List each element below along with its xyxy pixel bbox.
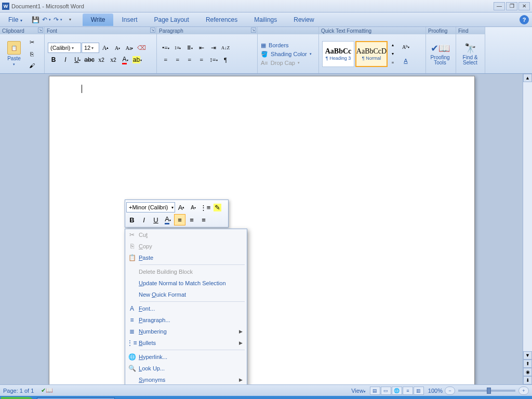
proofing-tools-button[interactable]: ✔📖 Proofing Tools bbox=[429, 37, 451, 71]
paragraph-launcher-icon[interactable]: ↘ bbox=[251, 28, 256, 33]
mini-font-color-button[interactable]: A▾ bbox=[162, 214, 174, 225]
strikethrough-button[interactable]: abc bbox=[84, 55, 95, 65]
font-name-combo[interactable]: (Calibri)▾ bbox=[48, 43, 81, 53]
outline-view-icon[interactable]: ≡ bbox=[403, 387, 413, 395]
mini-bold-button[interactable]: B bbox=[126, 214, 138, 225]
draft-view-icon[interactable]: ▥ bbox=[414, 387, 424, 395]
context-menu-item-bullets[interactable]: ⋮≡Bullets▶ bbox=[125, 337, 247, 349]
format-painter-icon[interactable]: 🖌 bbox=[26, 60, 37, 71]
context-menu-item-paragraph[interactable]: ≡Paragraph... bbox=[125, 314, 247, 326]
web-layout-view-icon[interactable]: 🌐 bbox=[392, 387, 402, 395]
mini-highlight-icon[interactable]: ✎ bbox=[211, 202, 223, 213]
full-screen-view-icon[interactable]: ▭ bbox=[381, 387, 391, 395]
file-menu[interactable]: File ▾ bbox=[3, 15, 28, 25]
qat-customize-icon[interactable]: ▾ bbox=[65, 15, 75, 25]
mini-grow-font-icon[interactable]: A▴ bbox=[176, 202, 187, 213]
line-spacing-button[interactable]: ↕≡▾ bbox=[208, 55, 219, 65]
grow-font-icon[interactable]: A▴ bbox=[100, 43, 111, 53]
font-color-button[interactable]: A▾ bbox=[119, 55, 131, 65]
tab-mailings[interactable]: Mailings bbox=[246, 14, 285, 26]
tab-references[interactable]: References bbox=[197, 14, 246, 26]
context-menu-item-look-up[interactable]: 🔍Look Up... bbox=[125, 363, 247, 374]
redo-icon[interactable]: ↷▾ bbox=[54, 15, 64, 25]
mini-bullets-icon[interactable]: ⋮≡ bbox=[200, 202, 211, 213]
borders-button[interactable]: ▦ Borders bbox=[261, 42, 312, 49]
minimize-button[interactable]: — bbox=[494, 2, 505, 10]
mini-italic-button[interactable]: I bbox=[138, 214, 150, 225]
font-launcher-icon[interactable]: ↘ bbox=[150, 28, 155, 33]
clear-formatting-icon[interactable]: ⌫ bbox=[136, 43, 147, 53]
context-menu-item-hyperlink[interactable]: 🌐Hyperlink... bbox=[125, 351, 247, 363]
justify-button[interactable]: ≡ bbox=[196, 55, 207, 65]
highlight-button[interactable]: ab▾ bbox=[131, 55, 143, 65]
align-left-button[interactable]: ≡ bbox=[160, 55, 171, 65]
context-menu-item-synonyms[interactable]: Synonyms▶ bbox=[125, 374, 247, 384]
close-button[interactable]: ✕ bbox=[518, 2, 530, 10]
mini-font-combo[interactable]: +Minor (Calibri)▾ bbox=[126, 202, 175, 212]
context-menu-item-new-quick-format[interactable]: New Quick Format bbox=[125, 289, 247, 300]
context-menu-item-font[interactable]: AFont... bbox=[125, 303, 247, 314]
zoom-out-button[interactable]: − bbox=[445, 387, 455, 395]
document-page[interactable] bbox=[49, 76, 475, 384]
mini-align-center-button[interactable]: ≡ bbox=[186, 214, 197, 225]
zoom-slider[interactable] bbox=[458, 390, 515, 392]
italic-button[interactable]: I bbox=[60, 55, 71, 65]
zoom-level[interactable]: 100% bbox=[428, 388, 443, 394]
mini-align-left-button[interactable]: ≡ bbox=[174, 214, 185, 225]
context-menu-item-paste[interactable]: 📋Paste bbox=[125, 252, 247, 263]
next-page-icon[interactable]: ⬇ bbox=[523, 376, 532, 384]
spell-check-icon[interactable]: ✔📖 bbox=[41, 387, 53, 394]
superscript-button[interactable]: x2 bbox=[108, 55, 119, 65]
context-menu-item-update-normal-to-match-selection[interactable]: Update Normal to Match Selection bbox=[125, 277, 247, 289]
underline-button[interactable]: U▾ bbox=[72, 55, 83, 65]
scroll-down-icon[interactable]: ▼ bbox=[523, 351, 532, 360]
bullets-button[interactable]: •≡▾ bbox=[160, 43, 171, 53]
style-inspector-icon[interactable]: A bbox=[400, 56, 411, 66]
multilevel-list-button[interactable]: ≣▾ bbox=[184, 43, 195, 53]
cut-icon[interactable]: ✂ bbox=[26, 37, 37, 48]
paste-button[interactable]: 📋 Paste ▾ bbox=[3, 37, 25, 71]
scroll-up-icon[interactable]: ▲ bbox=[523, 74, 532, 82]
shading-color-button[interactable]: 🪣 Shading Color ▾ bbox=[261, 51, 312, 58]
change-styles-button[interactable]: Aᵇ▾ bbox=[400, 42, 411, 52]
styles-row-up-icon[interactable]: ▴ bbox=[389, 41, 397, 49]
print-layout-view-icon[interactable]: ▤ bbox=[370, 387, 380, 395]
styles-row-down-icon[interactable]: ▾ bbox=[389, 50, 397, 58]
bold-button[interactable]: B bbox=[48, 55, 59, 65]
context-menu-item-numbering[interactable]: ≣Numbering▶ bbox=[125, 326, 247, 337]
zoom-in-button[interactable]: + bbox=[518, 387, 529, 395]
copy-icon[interactable]: ⎘ bbox=[26, 49, 37, 59]
page-indicator[interactable]: Page: 1 of 1 bbox=[3, 388, 34, 394]
style-heading-3[interactable]: AaBbCc ¶ Heading 3 bbox=[322, 41, 354, 67]
undo-icon[interactable]: ↶▾ bbox=[42, 15, 52, 25]
show-marks-button[interactable]: ¶ bbox=[220, 55, 231, 65]
shrink-font-icon[interactable]: A▾ bbox=[112, 43, 123, 53]
sort-button[interactable]: A↓Z bbox=[220, 43, 231, 53]
style-normal[interactable]: AaBbCcD ¶ Normal bbox=[355, 41, 388, 67]
align-right-button[interactable]: ≡ bbox=[184, 55, 195, 65]
browse-object-icon[interactable]: ◉ bbox=[523, 368, 532, 376]
find-select-button[interactable]: 🔭 Find & Select bbox=[459, 37, 481, 71]
align-center-button[interactable]: ≡ bbox=[172, 55, 183, 65]
increase-indent-button[interactable]: ⇥ bbox=[208, 43, 219, 53]
zoom-thumb[interactable] bbox=[487, 388, 491, 394]
subscript-button[interactable]: x2 bbox=[96, 55, 107, 65]
tab-review[interactable]: Review bbox=[285, 14, 322, 26]
clipboard-launcher-icon[interactable]: ↘ bbox=[38, 28, 43, 33]
mini-align-right-button[interactable]: ≡ bbox=[198, 214, 209, 225]
help-icon[interactable]: ? bbox=[520, 15, 529, 24]
numbering-button[interactable]: 1≡▾ bbox=[172, 43, 183, 53]
drop-cap-button[interactable]: A≡ Drop Cap ▾ bbox=[261, 60, 312, 66]
save-icon[interactable]: 💾 bbox=[31, 15, 41, 25]
mini-underline-button[interactable]: U bbox=[150, 214, 162, 225]
start-button[interactable]: Start bbox=[1, 397, 34, 399]
tab-page-layout[interactable]: Page Layout bbox=[145, 14, 197, 26]
change-case-icon[interactable]: Aa▾ bbox=[124, 43, 135, 53]
previous-page-icon[interactable]: ⬆ bbox=[523, 360, 532, 368]
vertical-scrollbar[interactable]: ▲ ▼ ⬆ ◉ ⬇ bbox=[523, 74, 532, 384]
restore-button[interactable]: ❐ bbox=[506, 2, 517, 10]
tab-insert[interactable]: Insert bbox=[113, 14, 145, 26]
font-size-combo[interactable]: 12▾ bbox=[82, 43, 99, 53]
mini-shrink-font-icon[interactable]: A▾ bbox=[188, 202, 199, 213]
styles-expand-icon[interactable]: ≡ bbox=[389, 59, 397, 67]
